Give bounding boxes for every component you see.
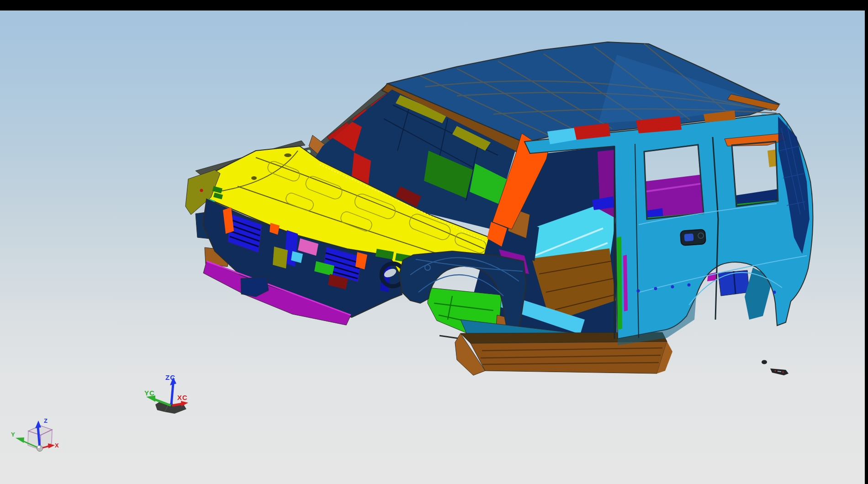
debris-red-dot (782, 371, 784, 373)
door-handle[interactable] (680, 229, 706, 246)
wcs-y-axis[interactable]: YC (144, 389, 171, 405)
debris-red-dot (774, 370, 776, 372)
debris-part[interactable] (770, 368, 789, 375)
viewport-3d[interactable]: ZC YC XC Z (0, 0, 868, 484)
datum-csys[interactable]: Z Y X (11, 417, 59, 452)
wcs-z-axis[interactable]: ZC (165, 374, 176, 405)
datum-y-label: Y (11, 431, 15, 438)
wcs-x-axis[interactable]: XC (172, 394, 188, 406)
debris-dot[interactable] (762, 360, 767, 364)
top-black-bar (0, 0, 868, 11)
ball-highlight (38, 446, 40, 448)
b-pillar-seal-green (617, 237, 622, 330)
blade-dot (200, 189, 203, 192)
debris-glint (778, 371, 781, 372)
wcs-triad[interactable]: ZC YC XC (144, 374, 188, 414)
cad-application-window: ZC YC XC Z (0, 0, 868, 484)
datum-x-label: X (55, 442, 59, 449)
engine-olive-part (273, 247, 288, 268)
right-black-bar (865, 0, 868, 484)
loose-parts[interactable] (762, 360, 789, 376)
datum-z-label: Z (44, 417, 48, 424)
wcs-y-label: YC (144, 389, 155, 397)
hood-hole (284, 153, 291, 157)
wcs-x-label: XC (177, 394, 188, 401)
hood-hole (251, 176, 257, 180)
wcs-z-label: ZC (165, 374, 175, 381)
datum-origin-ball[interactable] (37, 446, 43, 452)
